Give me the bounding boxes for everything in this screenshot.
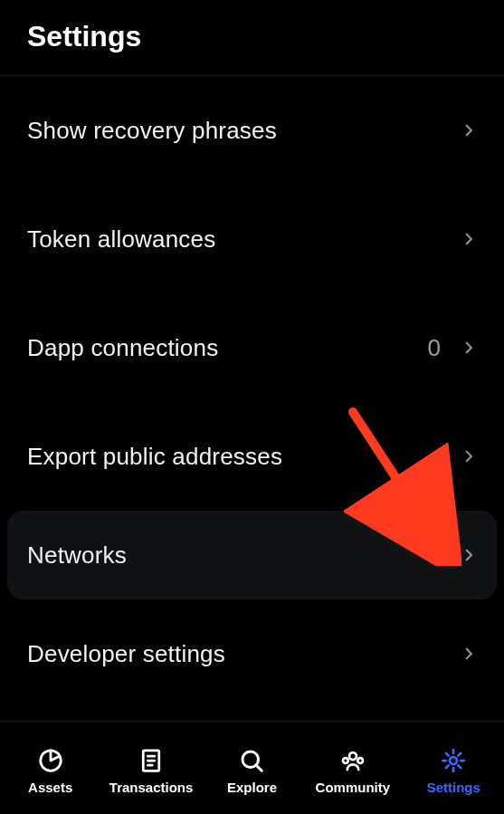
svg-point-12 [450,757,457,764]
tab-assets[interactable]: Assets [1,747,100,795]
row-right [461,547,477,563]
row-developer-settings[interactable]: Developer settings [0,599,504,708]
row-label: Show recovery phrases [27,117,277,145]
row-label: Developer settings [27,640,225,668]
row-label: Dapp connections [27,334,218,362]
row-right: 0 [428,334,477,362]
tab-label: Explore [227,780,277,795]
tab-bar: Assets Transactions Explore [0,727,504,814]
svg-point-11 [357,758,363,763]
row-networks[interactable]: Networks [7,511,497,599]
svg-point-10 [343,758,348,763]
row-right [461,122,477,139]
chevron-right-icon [461,340,477,356]
row-value: 0 [428,334,441,362]
chevron-right-icon [461,547,477,563]
tab-label: Settings [427,780,480,795]
row-right [461,231,477,247]
tab-transactions[interactable]: Transactions [101,747,201,795]
tab-label: Transactions [109,780,194,795]
chevron-right-icon [461,122,477,139]
settings-header: Settings [0,0,504,76]
document-icon [138,747,165,774]
divider [0,721,504,722]
tab-community[interactable]: Community [303,747,403,795]
settings-list: Show recovery phrases Token allowances D… [0,76,504,722]
tab-label: Community [316,780,391,795]
tab-label: Assets [28,780,72,795]
row-right [461,646,477,662]
pie-chart-icon [37,747,64,774]
row-dapp-connections[interactable]: Dapp connections 0 [0,293,504,402]
row-label: Export public addresses [27,443,282,471]
row-show-recovery-phrases[interactable]: Show recovery phrases [0,76,504,185]
tab-settings[interactable]: Settings [404,747,503,795]
svg-point-9 [349,752,357,760]
row-export-public-addresses[interactable]: Export public addresses [0,402,504,511]
people-icon [339,747,366,774]
row-label: Token allowances [27,225,215,254]
row-right [461,448,477,464]
svg-line-8 [256,765,262,771]
row-label: Networks [27,541,127,570]
gear-icon [440,747,467,774]
search-icon [238,747,265,774]
page-title: Settings [27,20,477,53]
chevron-right-icon [461,448,477,464]
chevron-right-icon [461,646,477,662]
chevron-right-icon [461,231,477,247]
row-token-allowances[interactable]: Token allowances [0,185,504,293]
tab-explore[interactable]: Explore [202,747,301,795]
